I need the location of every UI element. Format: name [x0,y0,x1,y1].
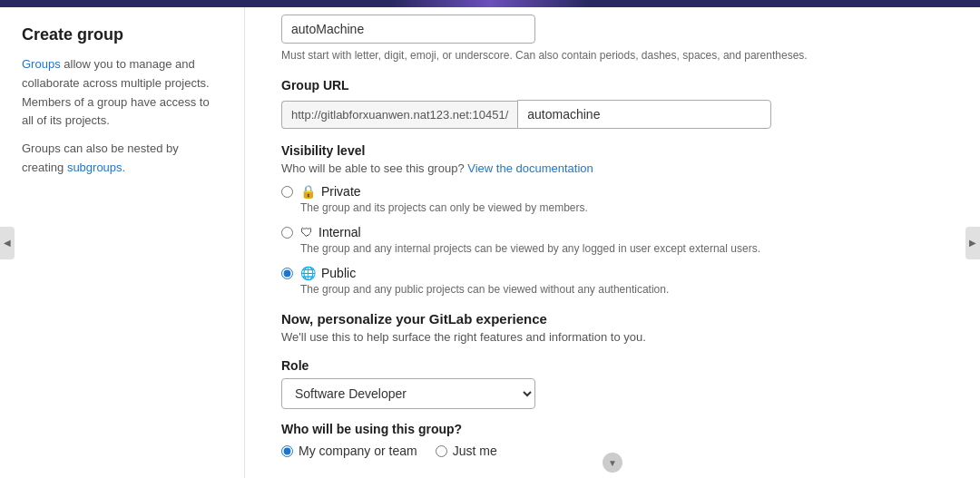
personalize-desc: We'll use this to help surface the right… [281,330,944,344]
groups-link[interactable]: Groups [22,57,61,71]
visibility-internal-label: 🛡 Internal [300,225,760,239]
scroll-left-arrow[interactable]: ◀ [0,227,15,259]
group-name-section: Must start with letter, digit, emoji, or… [281,15,944,63]
who-me-radio[interactable] [436,445,447,457]
who-me-option: Just me [436,444,497,458]
visibility-public-label: 🌐 Public [300,266,669,280]
visibility-public-radio[interactable] [281,268,293,279]
main-content: Must start with letter, digit, emoji, or… [245,7,980,478]
role-select[interactable]: Software Developer Developer DevOps Engi… [281,378,535,409]
role-section: Role Software Developer Developer DevOps… [281,358,944,409]
role-label: Role [281,358,944,373]
visibility-question: Who will be able to see this group? View… [281,161,944,175]
visibility-internal-option: 🛡 Internal The group and any internal pr… [281,225,944,257]
scroll-down-icon: ▼ [608,458,617,468]
who-company-option: My company or team [281,444,417,458]
who-me-label[interactable]: Just me [453,444,497,458]
globe-icon: 🌐 [300,266,316,280]
visibility-doc-link[interactable]: View the documentation [467,161,593,175]
left-sidebar: Create group Groups allow you to manage … [0,7,245,478]
visibility-private-desc: The group and its projects can only be v… [300,200,588,216]
visibility-private-label: 🔒 Private [300,184,588,199]
group-url-prefix: http://gitlabforxuanwen.nat123.net:10451… [281,101,517,129]
group-name-hint: Must start with letter, digit, emoji, or… [281,47,916,63]
subgroups-link[interactable]: subgroups. [67,161,125,174]
group-url-row: http://gitlabforxuanwen.nat123.net:10451… [281,100,944,129]
shield-icon: 🛡 [300,225,313,239]
visibility-question-text: Who will be able to see this group? [281,161,467,175]
visibility-public-desc: The group and any public projects can be… [300,282,669,298]
who-company-label[interactable]: My company or team [299,444,417,458]
visibility-label: Visibility level [281,143,944,158]
visibility-section: Visibility level Who will be able to see… [281,143,944,297]
scroll-right-arrow[interactable]: ▶ [965,227,980,259]
group-name-input[interactable] [281,15,535,44]
sidebar-intro1: Groups allow you to manage and collabora… [22,55,222,131]
top-bar [0,0,980,7]
visibility-public-option: 🌐 Public The group and any public projec… [281,266,944,298]
who-label: Who will be using this group? [281,422,944,436]
who-company-radio[interactable] [281,445,293,457]
group-url-section: Group URL http://gitlabforxuanwen.nat123… [281,78,944,129]
group-url-suffix-input[interactable] [517,100,771,129]
visibility-private-radio[interactable] [281,186,293,198]
lock-icon: 🔒 [300,184,316,199]
visibility-private-option: 🔒 Private The group and its projects can… [281,184,944,216]
personalize-title: Now, personalize your GitLab experience [281,311,944,327]
personalize-section: Now, personalize your GitLab experience … [281,311,944,344]
left-chevron-icon: ◀ [4,238,11,248]
page-title: Create group [22,25,222,44]
scroll-down-indicator: ▼ [603,453,622,473]
sidebar-intro2: Groups can also be nested by creating su… [22,140,222,178]
right-chevron-icon: ▶ [969,238,976,248]
visibility-internal-desc: The group and any internal projects can … [300,241,760,257]
visibility-internal-radio[interactable] [281,227,293,239]
group-url-label: Group URL [281,78,944,93]
